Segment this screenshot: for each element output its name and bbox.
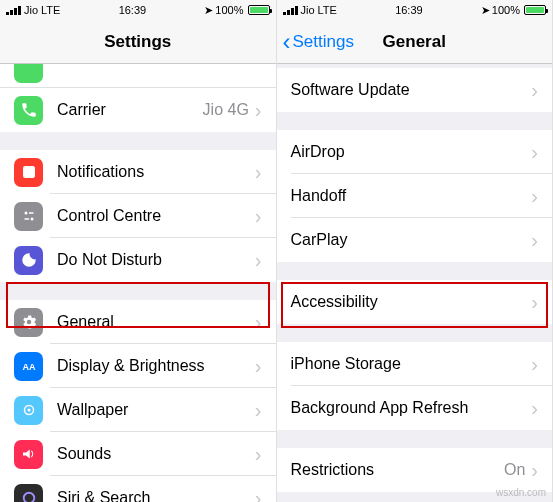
row-label: Notifications [57,163,255,181]
chevron-right-icon: › [531,354,538,374]
row-label: CarPlay [291,231,532,249]
back-button[interactable]: ‹ Settings [283,30,354,54]
clock: 16:39 [395,4,423,16]
row-handoff[interactable]: Handoff › [277,174,553,218]
row-control-centre[interactable]: Control Centre › [0,194,276,238]
navbar: ‹ Settings General [277,20,553,64]
svg-point-1 [24,212,27,215]
row-label: Wallpaper [57,401,255,419]
chevron-right-icon: › [255,162,262,182]
carrier-name: Jio [301,4,315,16]
status-bar: Jio LTE 16:39 ➤ 100% [0,0,276,20]
svg-point-8 [23,493,34,502]
row-label: iPhone Storage [291,355,532,373]
chevron-right-icon: › [255,250,262,270]
row-label: Carrier [57,101,203,119]
list-item-partial[interactable] [0,64,276,88]
wallpaper-icon [14,396,43,425]
row-carplay[interactable]: CarPlay › [277,218,553,262]
navbar: Settings [0,20,276,64]
display-icon: AA [14,352,43,381]
row-carrier[interactable]: Carrier Jio 4G › [0,88,276,132]
row-label: Do Not Disturb [57,251,255,269]
row-display[interactable]: AA Display & Brightness › [0,344,276,388]
network-type: LTE [318,4,337,16]
row-label: Display & Brightness [57,357,255,375]
row-restrictions[interactable]: Restrictions On › [277,448,553,492]
row-label: Control Centre [57,207,255,225]
row-label: Software Update [291,81,532,99]
row-notifications[interactable]: Notifications › [0,150,276,194]
battery-pct: 100% [215,4,243,16]
svg-point-3 [30,218,33,221]
siri-icon [14,484,43,503]
general-screen: Jio LTE 16:39 ➤ 100% ‹ Settings General … [277,0,554,502]
row-label: Sounds [57,445,255,463]
row-label: Background App Refresh [291,399,532,417]
watermark: wsxdn.com [496,487,546,498]
gear-icon [14,308,43,337]
phone-icon [14,64,43,83]
chevron-right-icon: › [531,230,538,250]
row-label: General [57,313,255,331]
sounds-icon [14,440,43,469]
settings-list[interactable]: Carrier Jio 4G › Notifications › Control… [0,64,276,502]
row-wallpaper[interactable]: Wallpaper › [0,388,276,432]
signal-icon [283,6,298,15]
row-label: AirDrop [291,143,532,161]
settings-screen: Jio LTE 16:39 ➤ 100% Settings Carrier Ji… [0,0,277,502]
svg-rect-4 [24,218,29,220]
row-background-refresh[interactable]: Background App Refresh › [277,386,553,430]
chevron-right-icon: › [531,186,538,206]
row-sounds[interactable]: Sounds › [0,432,276,476]
signal-icon [6,6,21,15]
chevron-right-icon: › [255,206,262,226]
battery-icon [524,5,546,15]
row-general[interactable]: General › [0,300,276,344]
chevron-right-icon: › [531,460,538,480]
row-label: Restrictions [291,461,504,479]
battery-icon [248,5,270,15]
row-label: Siri & Search [57,489,255,502]
chevron-left-icon: ‹ [283,30,291,54]
page-title: General [383,32,446,52]
row-airdrop[interactable]: AirDrop › [277,130,553,174]
battery-pct: 100% [492,4,520,16]
svg-point-7 [27,409,30,412]
page-title: Settings [104,32,171,52]
chevron-right-icon: › [531,142,538,162]
row-iphone-storage[interactable]: iPhone Storage › [277,342,553,386]
back-label: Settings [293,32,354,52]
chevron-right-icon: › [255,444,262,464]
network-type: LTE [41,4,60,16]
location-icon: ➤ [204,4,213,17]
dnd-icon [14,246,43,275]
row-software-update[interactable]: Software Update › [277,68,553,112]
status-bar: Jio LTE 16:39 ➤ 100% [277,0,553,20]
carrier-name: Jio [24,4,38,16]
chevron-right-icon: › [255,400,262,420]
row-value: On [504,461,525,479]
row-label: Accessibility [291,293,532,311]
row-accessibility[interactable]: Accessibility › [277,280,553,324]
chevron-right-icon: › [255,488,262,502]
general-list[interactable]: Software Update › AirDrop › Handoff › Ca… [277,64,553,502]
row-label: Handoff [291,187,532,205]
chevron-right-icon: › [255,312,262,332]
control-centre-icon [14,202,43,231]
carrier-icon [14,96,43,125]
row-siri[interactable]: Siri & Search › [0,476,276,502]
row-dnd[interactable]: Do Not Disturb › [0,238,276,282]
chevron-right-icon: › [255,100,262,120]
notifications-icon [14,158,43,187]
chevron-right-icon: › [531,398,538,418]
chevron-right-icon: › [255,356,262,376]
svg-rect-2 [29,212,34,214]
svg-text:AA: AA [22,362,35,372]
clock: 16:39 [119,4,147,16]
svg-rect-0 [23,166,35,178]
chevron-right-icon: › [531,292,538,312]
chevron-right-icon: › [531,80,538,100]
row-value: Jio 4G [203,101,249,119]
location-icon: ➤ [481,4,490,17]
